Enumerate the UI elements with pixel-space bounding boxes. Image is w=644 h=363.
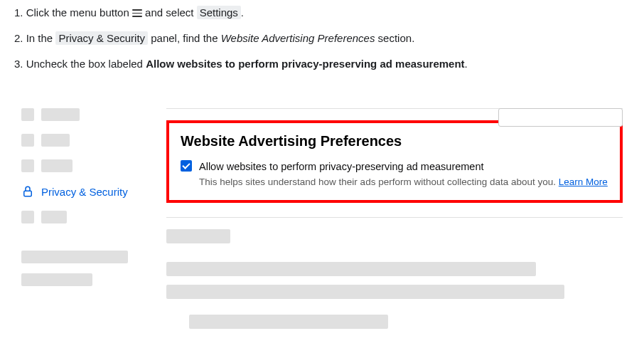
sidebar-label-privacy: Privacy & Security — [41, 186, 128, 198]
step-2-text-a: 2. In the — [14, 32, 55, 44]
sidebar-icon-placeholder — [21, 159, 34, 172]
content-placeholder — [166, 285, 564, 299]
search-input[interactable] — [498, 108, 623, 127]
sidebar-wide-placeholder — [21, 251, 128, 263]
step-1-text-c: . — [241, 6, 244, 19]
divider — [166, 217, 623, 218]
sidebar-label-placeholder — [41, 134, 70, 147]
sidebar-icon-placeholder — [21, 134, 34, 147]
step-1-text-a: 1. Click the menu button — [14, 6, 132, 19]
step-2-text-b: panel, find the — [148, 32, 221, 44]
settings-screenshot: Privacy & Security Website Advertising P… — [14, 108, 630, 337]
privacy-security-code: Privacy & Security — [55, 31, 148, 45]
instruction-steps: 1. Click the menu button and select Sett… — [14, 4, 630, 73]
sidebar-label-placeholder — [41, 159, 73, 172]
step-2: 2. In the Privacy & Security panel, find… — [14, 30, 630, 47]
sidebar-item-placeholder[interactable] — [21, 159, 149, 172]
content-placeholder — [166, 229, 230, 243]
sidebar-item-privacy-security[interactable]: Privacy & Security — [21, 185, 149, 198]
step-3-text-a: 3. Uncheck the box labeled — [14, 58, 146, 70]
checkbox-label: Allow websites to perform privacy-preser… — [199, 159, 608, 174]
step-2-section-name: Website Advertising Preferences — [221, 32, 375, 44]
sidebar-icon-placeholder — [21, 211, 34, 223]
sidebar-label-placeholder — [41, 211, 67, 223]
lock-icon — [21, 185, 34, 198]
step-2-text-c: section. — [375, 32, 414, 44]
checkbox-row: Allow websites to perform privacy-preser… — [181, 159, 608, 187]
ad-measurement-checkbox[interactable] — [181, 160, 192, 172]
step-3-label: Allow websites to perform privacy-preser… — [146, 58, 464, 70]
svg-rect-0 — [24, 191, 32, 196]
learn-more-link[interactable]: Learn More — [559, 177, 608, 187]
content-panel: Website Advertising Preferences Allow we… — [166, 108, 623, 337]
desc-text: This helps sites understand how their ad… — [199, 177, 559, 187]
sidebar-icon-placeholder — [21, 108, 34, 121]
sidebar-label-placeholder — [41, 108, 80, 121]
section-title: Website Advertising Preferences — [181, 133, 608, 149]
step-3: 3. Uncheck the box labeled Allow website… — [14, 56, 630, 73]
sidebar-item-placeholder[interactable] — [21, 108, 149, 121]
hamburger-menu-icon — [132, 9, 142, 18]
step-1: 1. Click the menu button and select Sett… — [14, 4, 630, 21]
sidebar: Privacy & Security — [21, 108, 149, 337]
highlighted-section: Website Advertising Preferences Allow we… — [166, 120, 623, 203]
step-1-text-b: and select — [145, 6, 197, 19]
checkbox-description: This helps sites understand how their ad… — [199, 177, 608, 187]
sidebar-item-placeholder[interactable] — [21, 134, 149, 147]
sidebar-wide-placeholder — [21, 273, 92, 286]
content-placeholder — [189, 315, 388, 329]
content-placeholder — [166, 262, 536, 276]
settings-code: Settings — [197, 6, 241, 19]
sidebar-item-placeholder[interactable] — [21, 211, 149, 223]
step-3-text-b: . — [465, 58, 468, 70]
